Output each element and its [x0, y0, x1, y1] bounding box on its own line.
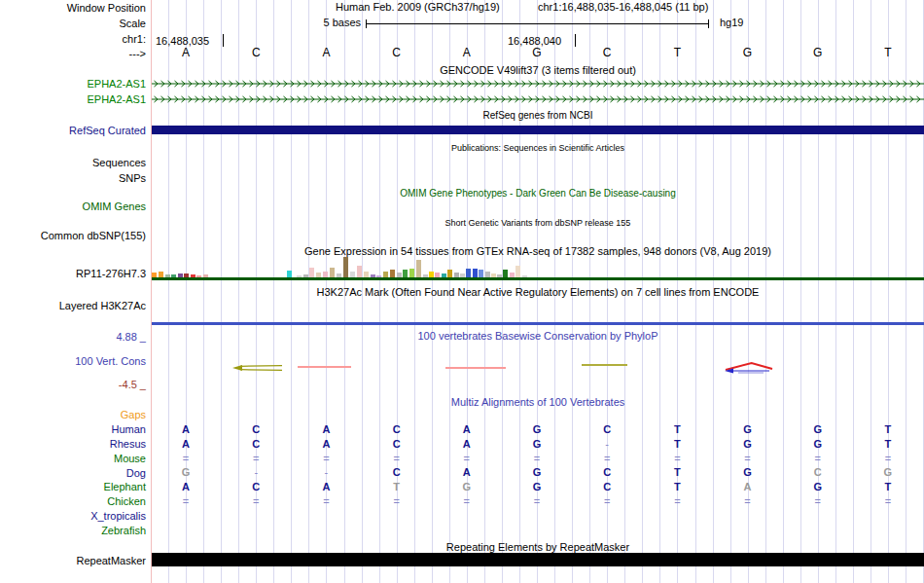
- gtex-expression-bar[interactable]: [503, 270, 508, 277]
- gene-track-epha2-as1[interactable]: [152, 95, 924, 103]
- gtex-expression-bar[interactable]: [454, 273, 459, 277]
- gtex-expression-bar[interactable]: [423, 274, 428, 277]
- gtex-expression-bar[interactable]: [390, 270, 395, 277]
- gtex-expression-bar[interactable]: [515, 266, 520, 277]
- gtex-expression-bar[interactable]: [203, 274, 208, 277]
- track-label-species-human[interactable]: Human: [0, 423, 146, 435]
- gtex-expression-bar[interactable]: [159, 272, 163, 277]
- gtex-expression-bar[interactable]: [376, 275, 381, 277]
- gtex-expression-bar[interactable]: [466, 269, 471, 277]
- align-elephant-base: G: [508, 481, 566, 493]
- track-label-rp11-276h7-3[interactable]: RP11-276H7.3: [0, 268, 146, 279]
- gtex-expression-bar[interactable]: [447, 270, 452, 277]
- track-label-epha2-as1-row2[interactable]: EPHA2-AS1: [0, 93, 146, 105]
- align-mouse-base: =: [859, 453, 917, 465]
- align-human-base: A: [438, 423, 496, 436]
- align-elephant-base: A: [719, 481, 777, 493]
- gtex-expression-bar[interactable]: [479, 270, 483, 277]
- gtex-expression-bar[interactable]: [510, 273, 515, 277]
- track-label-species-chicken[interactable]: Chicken: [0, 495, 146, 507]
- gtex-expression-bar[interactable]: [397, 273, 402, 277]
- gtex-expression-bar[interactable]: [522, 275, 527, 277]
- h3k27ac-signal-line[interactable]: [152, 322, 924, 325]
- align-dog-base: C: [578, 466, 636, 479]
- position-label: chr1:16,488,035-16,488,045 (11 bp): [538, 1, 708, 13]
- gtex-expression-bar[interactable]: [171, 274, 176, 277]
- phylop-mark-arrow[interactable]: [231, 364, 284, 372]
- track-label-repeatmasker[interactable]: RepeatMasker: [0, 555, 146, 566]
- gtex-expression-bar[interactable]: [178, 273, 183, 277]
- gtex-expression-bar[interactable]: [330, 268, 335, 277]
- track-label-layered-h3k27ac[interactable]: Layered H3K27Ac: [0, 300, 146, 311]
- track-label-scale[interactable]: Scale: [0, 18, 146, 29]
- track-label-100-vert-cons[interactable]: 100 Vert. Cons: [0, 355, 146, 367]
- track-label-cons-scale-min[interactable]: -4.5 _: [0, 379, 146, 390]
- track-label-refseq-curated[interactable]: RefSeq Curated: [0, 125, 146, 136]
- gtex-expression-bar[interactable]: [460, 273, 465, 277]
- phylop-mark[interactable]: [445, 367, 506, 369]
- track-label-strand-direction[interactable]: --->: [0, 48, 146, 59]
- gtex-expression-bar[interactable]: [435, 273, 440, 277]
- gtex-expression-bar[interactable]: [343, 257, 348, 277]
- gtex-expression-bar[interactable]: [165, 274, 170, 277]
- align-rhesus-base: A: [438, 438, 496, 451]
- track-title-publications: Publications: Sequences in Scientific Ar…: [152, 142, 924, 154]
- track-title-phylop: 100 vertebrates Basewise Conservation by…: [152, 330, 924, 342]
- track-label-chromosome[interactable]: chr1:: [0, 33, 146, 45]
- gtex-expression-bar[interactable]: [442, 273, 446, 277]
- gtex-expression-bar[interactable]: [383, 272, 388, 277]
- align-human-base: A: [157, 423, 215, 436]
- gtex-expression-bar[interactable]: [350, 272, 355, 277]
- gtex-expression-bar[interactable]: [152, 273, 157, 277]
- gtex-expression-bar[interactable]: [473, 269, 478, 277]
- track-label-species-elephant[interactable]: Elephant: [0, 481, 146, 492]
- gtex-expression-bar[interactable]: [429, 272, 434, 277]
- gtex-expression-bar[interactable]: [416, 260, 421, 277]
- gene-track-epha2-as1[interactable]: [152, 80, 924, 88]
- track-label-species-mouse[interactable]: Mouse: [0, 453, 146, 464]
- gtex-expression-bar[interactable]: [485, 272, 490, 277]
- align-elephant-base: T: [368, 481, 426, 493]
- gtex-expression-bar[interactable]: [357, 266, 362, 277]
- gtex-expression-bar[interactable]: [409, 269, 414, 277]
- track-label-common-dbsnp-155[interactable]: Common dbSNP(155): [0, 230, 146, 241]
- gtex-expression-bar[interactable]: [491, 273, 496, 277]
- gtex-expression-bar[interactable]: [309, 268, 314, 277]
- align-human-base: C: [227, 423, 285, 436]
- track-label-snps[interactable]: SNPs: [0, 172, 146, 184]
- gtex-expression-bar[interactable]: [303, 274, 308, 277]
- gtex-expression-bar[interactable]: [191, 274, 195, 277]
- track-label-omim-genes[interactable]: OMIM Genes: [0, 200, 146, 212]
- track-label-cons-scale-max[interactable]: 4.88 _: [0, 331, 146, 343]
- align-elephant-base: C: [578, 481, 636, 493]
- repeatmasker-bar[interactable]: [152, 553, 924, 566]
- align-rhesus-base: A: [297, 438, 355, 451]
- track-label-species-rhesus[interactable]: Rhesus: [0, 438, 146, 450]
- align-chicken-base: =: [297, 495, 355, 508]
- gtex-expression-bar[interactable]: [196, 275, 201, 277]
- rp11-gene-baseline[interactable]: [152, 277, 924, 280]
- refseq-curated-bar[interactable]: [152, 126, 924, 134]
- track-label-species-zebrafish[interactable]: Zebrafish: [0, 525, 146, 536]
- gtex-expression-bar[interactable]: [287, 271, 292, 277]
- gtex-expression-bar[interactable]: [323, 272, 328, 277]
- track-label-species-x-tropicalis[interactable]: X_tropicalis: [0, 510, 146, 522]
- gtex-expression-bar[interactable]: [371, 274, 375, 277]
- gtex-expression-bar[interactable]: [337, 273, 341, 277]
- phylop-mark[interactable]: [582, 364, 627, 366]
- align-rhesus-base: -: [578, 438, 636, 451]
- phylop-mark[interactable]: [298, 366, 351, 368]
- gtex-expression-bar[interactable]: [316, 273, 321, 277]
- gtex-expression-bar[interactable]: [403, 270, 408, 277]
- gtex-expression-bar[interactable]: [497, 274, 502, 277]
- gtex-expression-bar[interactable]: [184, 273, 189, 277]
- gtex-expression-bar[interactable]: [364, 272, 369, 277]
- gtex-expression-bar[interactable]: [297, 275, 302, 277]
- track-label-species-dog[interactable]: Dog: [0, 467, 146, 479]
- track-label-species-gaps[interactable]: Gaps: [0, 409, 146, 420]
- track-label-sequences[interactable]: Sequences: [0, 157, 146, 168]
- phylop-mark-peak[interactable]: [723, 360, 775, 375]
- track-label-epha2-as1-row1[interactable]: EPHA2-AS1: [0, 78, 146, 90]
- scale-tick-right-icon: [708, 19, 709, 28]
- track-label-window-position[interactable]: Window Position: [0, 2, 146, 14]
